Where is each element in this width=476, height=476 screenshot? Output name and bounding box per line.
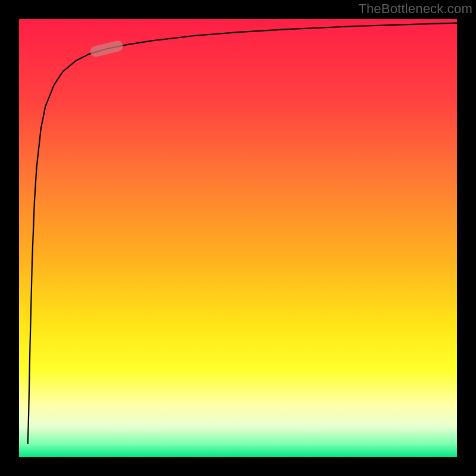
- watermark-label: TheBottleneck.com: [358, 1, 472, 17]
- chart-stage: TheBottleneck.com: [0, 0, 476, 476]
- frame-border-right: [457, 0, 476, 476]
- plot-svg: [19, 19, 457, 457]
- plot-area: [19, 19, 457, 457]
- highlight-marker: [89, 40, 124, 58]
- frame-border-left: [0, 0, 19, 476]
- frame-border-bottom: [0, 457, 476, 476]
- bottleneck-curve: [28, 23, 457, 444]
